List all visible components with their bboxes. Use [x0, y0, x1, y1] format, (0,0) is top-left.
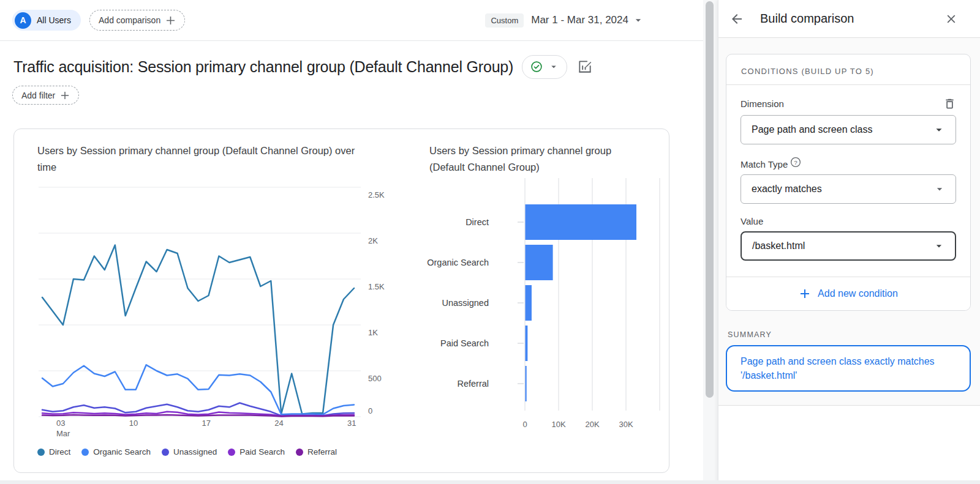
svg-text:0: 0 — [522, 420, 527, 429]
svg-text:?: ? — [794, 159, 798, 166]
conditions-card: CONDITIONS (BUILD UP TO 5) Dimension Pag… — [726, 54, 971, 311]
close-icon[interactable] — [944, 12, 958, 26]
svg-text:17: 17 — [202, 419, 210, 428]
value-label: Value — [741, 216, 956, 226]
summary-chip: Page path and screen class exactly match… — [726, 345, 971, 392]
legend-label: Unassigned — [173, 447, 217, 456]
add-new-condition-label: Add new condition — [818, 288, 898, 299]
legend-label: Direct — [49, 447, 70, 456]
conditions-header: CONDITIONS (BUILD UP TO 5) — [726, 54, 970, 85]
topbar-divider — [0, 40, 703, 41]
legend-item: Paid Search — [228, 447, 285, 456]
date-range-chevron-down-icon[interactable] — [632, 14, 644, 26]
svg-text:Unassigned: Unassigned — [442, 298, 489, 308]
scrollbar-thumb[interactable] — [706, 1, 714, 398]
svg-text:10K: 10K — [551, 420, 565, 429]
filter-row: Add filter — [12, 86, 79, 105]
avatar: A — [15, 12, 31, 29]
legend-label: Paid Search — [239, 447, 285, 456]
back-icon[interactable] — [729, 12, 744, 26]
page-bottom-edge — [0, 480, 980, 484]
svg-text:30K: 30K — [619, 420, 633, 429]
panel-body: CONDITIONS (BUILD UP TO 5) Dimension Pag… — [718, 38, 980, 406]
date-range-type-badge: Custom — [485, 13, 524, 28]
svg-text:31: 31 — [347, 419, 356, 428]
bar-chart: 010K20K30KDirectOrganic SearchUnassigned… — [406, 172, 663, 441]
line-chart-title: Users by Session primary channel group (… — [37, 143, 356, 176]
check-circle-icon — [530, 60, 543, 73]
match-type-label: Match Type — [741, 159, 788, 169]
svg-text:Mar: Mar — [56, 429, 70, 438]
report-title-row: Traffic acquisition: Session primary cha… — [13, 53, 693, 81]
chart-legend: DirectOrganic SearchUnassignedPaid Searc… — [37, 447, 337, 456]
add-new-condition-button[interactable]: Add new condition — [726, 277, 970, 310]
svg-text:2K: 2K — [368, 236, 378, 245]
dimension-select[interactable]: Page path and screen class — [741, 115, 956, 144]
svg-text:24: 24 — [274, 419, 283, 428]
chevron-down-icon — [933, 183, 946, 195]
svg-text:500: 500 — [368, 374, 382, 383]
bar-chart-title: Users by Session primary channel group (… — [429, 143, 619, 176]
legend-item: Unassigned — [162, 447, 217, 456]
svg-text:Paid Search: Paid Search — [440, 338, 489, 348]
chevron-down-icon — [933, 240, 945, 252]
svg-text:Organic Search: Organic Search — [427, 258, 489, 267]
dimension-value: Page path and screen class — [752, 124, 872, 135]
panel-title: Build comparison — [760, 12, 854, 26]
match-type-select[interactable]: exactly matches — [741, 174, 956, 204]
legend-dot-icon — [296, 449, 303, 456]
data-quality-badge[interactable] — [522, 55, 567, 79]
add-filter-label: Add filter — [21, 91, 55, 100]
customize-report-icon[interactable] — [577, 59, 593, 75]
charts-card: Users by Session primary channel group (… — [13, 128, 669, 473]
svg-text:0: 0 — [368, 406, 372, 415]
legend-item: Referral — [296, 447, 337, 456]
svg-text:20K: 20K — [585, 420, 599, 429]
panel-header: Build comparison — [718, 0, 980, 38]
legend-dot-icon — [162, 449, 169, 456]
all-users-label: All Users — [37, 15, 71, 25]
add-filter-button[interactable]: Add filter — [12, 86, 79, 105]
trash-icon[interactable] — [943, 97, 956, 110]
scrollbar[interactable] — [703, 0, 718, 484]
legend-label: Referral — [307, 447, 337, 456]
page-title: Traffic acquisition: Session primary cha… — [13, 58, 513, 76]
date-range-value[interactable]: Mar 1 - Mar 31, 2024 — [531, 14, 628, 26]
main-report-area: A All Users Add comparison Custom Mar 1 … — [0, 0, 703, 484]
legend-item: Organic Search — [81, 447, 151, 456]
chevron-down-icon — [932, 123, 946, 136]
svg-text:10: 10 — [129, 419, 138, 428]
legend-label: Organic Search — [93, 447, 151, 456]
legend-dot-icon — [37, 449, 45, 456]
legend-dot-icon — [81, 449, 89, 456]
chevron-down-icon — [548, 61, 559, 72]
svg-text:2.5K: 2.5K — [368, 190, 385, 199]
svg-text:03: 03 — [56, 419, 65, 428]
add-comparison-button[interactable]: Add comparison — [89, 10, 185, 31]
plus-icon — [799, 288, 811, 300]
help-icon[interactable]: ? — [790, 157, 801, 168]
svg-text:1K: 1K — [368, 328, 378, 337]
add-comparison-label: Add comparison — [99, 15, 160, 25]
summary-header: SUMMARY — [728, 330, 971, 339]
plus-icon — [60, 91, 70, 100]
line-chart: 05001K1.5K2K2.5K03Mar10172431 — [25, 181, 393, 438]
legend-dot-icon — [228, 449, 235, 456]
match-type-value: exactly matches — [752, 184, 822, 195]
dimension-label: Dimension — [741, 99, 784, 109]
comparison-bar: A All Users Add comparison Custom Mar 1 … — [0, 0, 703, 40]
plus-icon — [165, 15, 176, 26]
all-users-chip[interactable]: A All Users — [12, 10, 81, 31]
value-select[interactable]: /basket.html — [741, 231, 956, 261]
legend-item: Direct — [37, 447, 70, 456]
value-value: /basket.html — [752, 240, 805, 251]
svg-text:Referral: Referral — [457, 379, 489, 389]
svg-text:1.5K: 1.5K — [368, 282, 385, 291]
build-comparison-panel: Build comparison CONDITIONS (BUILD UP TO… — [718, 0, 980, 484]
svg-text:Direct: Direct — [466, 217, 489, 227]
